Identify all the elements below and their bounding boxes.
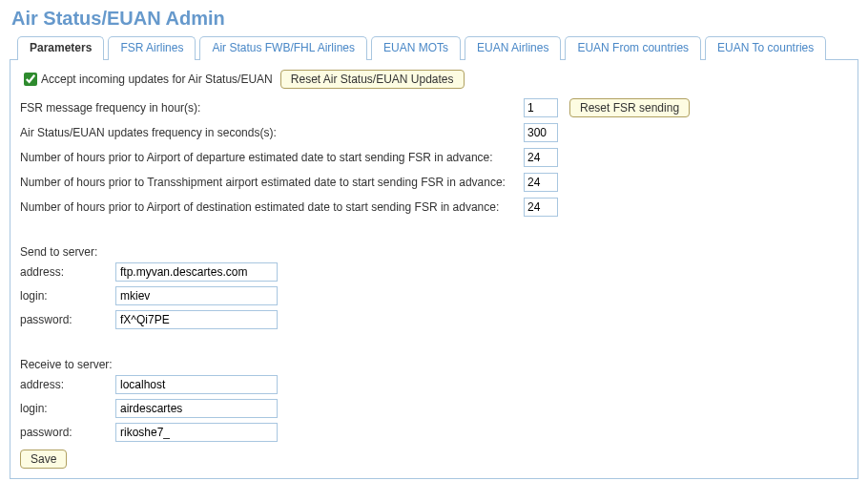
hours-dest-label: Number of hours prior to Airport of dest… [20, 200, 516, 214]
receive-address-input[interactable] [115, 375, 278, 394]
hours-dep-label: Number of hours prior to Airport of depa… [20, 151, 516, 164]
send-address-input[interactable] [115, 262, 278, 282]
send-password-label: password: [20, 313, 115, 326]
hours-trans-label: Number of hours prior to Transshipment a… [20, 176, 516, 189]
receive-server-grid: address: login: password: [20, 375, 848, 442]
send-login-input[interactable] [115, 286, 278, 305]
receive-address-label: address: [20, 378, 115, 391]
hours-dep-input[interactable] [524, 148, 558, 167]
fsr-freq-input[interactable] [524, 98, 558, 117]
save-button[interactable]: Save [20, 450, 67, 469]
euan-update-label: Air Status/EUAN updates frequency in sec… [20, 126, 516, 139]
receive-login-label: login: [20, 402, 115, 415]
send-password-input[interactable] [115, 310, 278, 329]
reset-fsr-button[interactable]: Reset FSR sending [569, 98, 690, 117]
receive-server-title: Receive to server: [20, 358, 848, 371]
tab-euan-mots[interactable]: EUAN MOTs [371, 36, 461, 60]
hours-trans-input[interactable] [524, 173, 558, 192]
tab-panel-parameters: Accept incoming updates for Air Status/E… [10, 59, 858, 479]
euan-update-input[interactable] [524, 123, 558, 142]
tab-parameters[interactable]: Parameters [17, 36, 104, 60]
tab-fsr-airlines[interactable]: FSR Airlines [108, 36, 196, 60]
tab-euan-from-countries[interactable]: EUAN From countries [565, 36, 701, 60]
send-login-label: login: [20, 289, 115, 303]
send-address-label: address: [20, 265, 115, 279]
param-grid: FSR message frequency in hour(s): Reset … [20, 98, 848, 217]
accept-row: Accept incoming updates for Air Status/E… [20, 70, 848, 89]
send-server-grid: address: login: password: [20, 262, 848, 329]
hours-dest-input[interactable] [524, 198, 558, 217]
receive-password-label: password: [20, 426, 115, 439]
accept-updates-label: Accept incoming updates for Air Status/E… [41, 73, 273, 86]
fsr-freq-label: FSR message frequency in hour(s): [20, 101, 516, 115]
tab-container: Parameters FSR Airlines Air Status FWB/F… [10, 35, 858, 479]
receive-password-input[interactable] [115, 423, 278, 442]
tab-euan-to-countries[interactable]: EUAN To countries [705, 36, 826, 60]
send-server-title: Send to server: [20, 245, 848, 259]
tab-air-status-fwb-fhl[interactable]: Air Status FWB/FHL Airlines [199, 36, 367, 60]
accept-updates-checkbox[interactable] [24, 73, 37, 86]
tab-bar: Parameters FSR Airlines Air Status FWB/F… [10, 35, 858, 59]
receive-login-input[interactable] [115, 399, 278, 418]
tab-euan-airlines[interactable]: EUAN Airlines [465, 36, 561, 60]
reset-updates-button[interactable]: Reset Air Status/EUAN Updates [280, 70, 465, 89]
page-title: Air Status/EUAN Admin [11, 8, 858, 30]
